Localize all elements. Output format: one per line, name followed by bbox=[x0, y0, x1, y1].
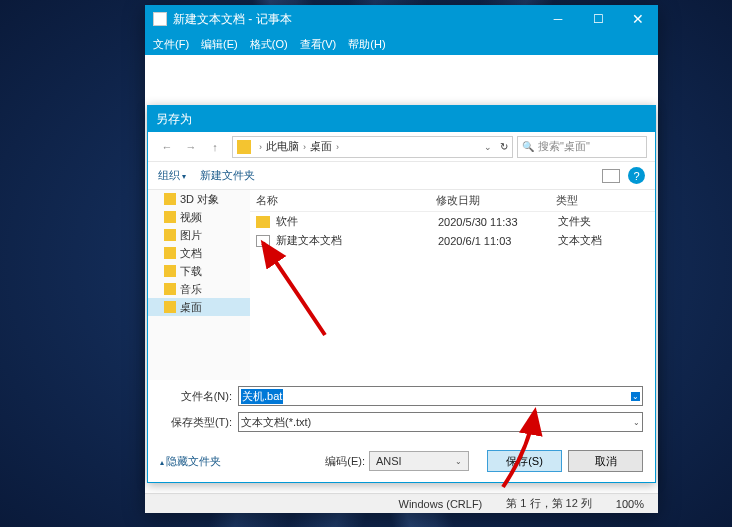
nav-item-label: 桌面 bbox=[180, 300, 202, 315]
col-type: 类型 bbox=[556, 193, 578, 208]
file-rows: 软件2020/5/30 11:33文件夹新建文本文档2020/6/1 11:03… bbox=[250, 212, 655, 250]
nav-item[interactable]: 音乐 bbox=[148, 280, 250, 298]
nav-item[interactable]: 视频 bbox=[148, 208, 250, 226]
folder-icon bbox=[164, 211, 176, 223]
nav-item-label: 视频 bbox=[180, 210, 202, 225]
nav-item[interactable]: 文档 bbox=[148, 244, 250, 262]
file-date: 2020/6/1 11:03 bbox=[438, 235, 558, 247]
filetype-dropdown[interactable]: 文本文档(*.txt) ⌄ bbox=[238, 412, 643, 432]
menu-file[interactable]: 文件(F) bbox=[149, 35, 193, 54]
encoding-label: 编码(E): bbox=[325, 454, 365, 469]
file-row[interactable]: 软件2020/5/30 11:33文件夹 bbox=[250, 212, 655, 231]
dialog-title: 另存为 bbox=[148, 106, 655, 132]
chevron-right-icon: › bbox=[303, 142, 306, 152]
dialog-actions: 隐藏文件夹 编码(E): ANSI ⌄ 保存(S) 取消 bbox=[160, 450, 643, 472]
up-button[interactable]: ↑ bbox=[204, 137, 226, 157]
dialog-file-list: 名称 修改日期 类型 软件2020/5/30 11:33文件夹新建文本文档202… bbox=[250, 190, 655, 380]
minimize-button[interactable]: ─ bbox=[538, 5, 578, 33]
encoding-value: ANSI bbox=[376, 455, 402, 467]
nav-item-label: 下载 bbox=[180, 264, 202, 279]
organize-button[interactable]: 组织 bbox=[158, 168, 186, 183]
notepad-titlebar: 新建文本文档 - 记事本 ─ ☐ ✕ bbox=[145, 5, 658, 33]
filetype-value: 文本文档(*.txt) bbox=[241, 415, 311, 430]
notepad-title: 新建文本文档 - 记事本 bbox=[173, 11, 292, 28]
file-name: 新建文本文档 bbox=[276, 233, 438, 248]
dialog-content: 3D 对象视频图片文档下载音乐桌面 名称 修改日期 类型 软件2020/5/30… bbox=[148, 190, 655, 380]
file-type: 文本文档 bbox=[558, 233, 602, 248]
dialog-nav-tree: 3D 对象视频图片文档下载音乐桌面 bbox=[148, 190, 250, 380]
chevron-right-icon: › bbox=[259, 142, 262, 152]
filename-input[interactable]: 关机.bat ⌄ bbox=[238, 386, 643, 406]
file-name: 软件 bbox=[276, 214, 438, 229]
chevron-down-icon[interactable]: ⌄ bbox=[484, 142, 492, 152]
notepad-menubar: 文件(F) 编辑(E) 格式(O) 查看(V) 帮助(H) bbox=[145, 33, 658, 55]
nav-item[interactable]: 桌面 bbox=[148, 298, 250, 316]
window-buttons: ─ ☐ ✕ bbox=[538, 5, 658, 33]
notepad-statusbar: Windows (CRLF) 第 1 行，第 12 列 100% bbox=[145, 493, 658, 513]
notepad-icon bbox=[153, 12, 167, 26]
column-headers[interactable]: 名称 修改日期 类型 bbox=[250, 190, 655, 212]
nav-item-label: 3D 对象 bbox=[180, 192, 219, 207]
menu-edit[interactable]: 编辑(E) bbox=[197, 35, 242, 54]
file-type: 文件夹 bbox=[558, 214, 591, 229]
path-loc: 桌面 bbox=[310, 139, 332, 154]
status-encoding: Windows (CRLF) bbox=[393, 498, 489, 510]
status-zoom: 100% bbox=[610, 498, 650, 510]
notepad-body: 另存为 ← → ↑ › 此电脑 › 桌面 › ⌄ ↻ bbox=[145, 55, 658, 493]
dialog-bottom: 文件名(N): 关机.bat ⌄ 保存类型(T): 文本文档(*.txt) ⌄ … bbox=[148, 380, 655, 482]
folder-icon bbox=[164, 247, 176, 259]
file-date: 2020/5/30 11:33 bbox=[438, 216, 558, 228]
chevron-down-icon[interactable]: ⌄ bbox=[631, 392, 640, 401]
col-name: 名称 bbox=[256, 193, 436, 208]
nav-item-label: 图片 bbox=[180, 228, 202, 243]
chevron-down-icon: ⌄ bbox=[455, 457, 462, 466]
dialog-breadcrumb-bar: ← → ↑ › 此电脑 › 桌面 › ⌄ ↻ 🔍 搜索"桌面" bbox=[148, 132, 655, 162]
encoding-dropdown[interactable]: ANSI ⌄ bbox=[369, 451, 469, 471]
close-button[interactable]: ✕ bbox=[618, 5, 658, 33]
notepad-window: 新建文本文档 - 记事本 ─ ☐ ✕ 文件(F) 编辑(E) 格式(O) 查看(… bbox=[145, 5, 658, 513]
status-position: 第 1 行，第 12 列 bbox=[500, 496, 598, 511]
nav-item[interactable]: 下载 bbox=[148, 262, 250, 280]
folder-icon bbox=[237, 140, 251, 154]
dialog-toolbar: 组织 新建文件夹 ? bbox=[148, 162, 655, 190]
view-options-button[interactable] bbox=[602, 169, 620, 183]
search-icon: 🔍 bbox=[522, 141, 534, 152]
help-icon[interactable]: ? bbox=[628, 167, 645, 184]
folder-icon bbox=[164, 193, 176, 205]
forward-button[interactable]: → bbox=[180, 137, 202, 157]
save-as-dialog: 另存为 ← → ↑ › 此电脑 › 桌面 › ⌄ ↻ bbox=[147, 105, 656, 483]
folder-icon bbox=[164, 283, 176, 295]
search-placeholder: 搜索"桌面" bbox=[538, 139, 590, 154]
chevron-down-icon[interactable]: ⌄ bbox=[633, 418, 640, 427]
nav-item-label: 音乐 bbox=[180, 282, 202, 297]
menu-view[interactable]: 查看(V) bbox=[296, 35, 341, 54]
file-icon bbox=[256, 235, 270, 247]
chevron-right-icon: › bbox=[336, 142, 339, 152]
folder-icon bbox=[164, 301, 176, 313]
search-input[interactable]: 🔍 搜索"桌面" bbox=[517, 136, 647, 158]
folder-icon bbox=[164, 265, 176, 277]
cancel-button[interactable]: 取消 bbox=[568, 450, 643, 472]
folder-icon bbox=[256, 216, 270, 228]
nav-buttons: ← → ↑ bbox=[156, 137, 226, 157]
filetype-label: 保存类型(T): bbox=[160, 415, 238, 430]
back-button[interactable]: ← bbox=[156, 137, 178, 157]
file-row[interactable]: 新建文本文档2020/6/1 11:03文本文档 bbox=[250, 231, 655, 250]
save-button[interactable]: 保存(S) bbox=[487, 450, 562, 472]
nav-item-label: 文档 bbox=[180, 246, 202, 261]
filename-value: 关机.bat bbox=[241, 389, 283, 404]
filename-label: 文件名(N): bbox=[160, 389, 238, 404]
folder-icon bbox=[164, 229, 176, 241]
nav-item[interactable]: 图片 bbox=[148, 226, 250, 244]
menu-format[interactable]: 格式(O) bbox=[246, 35, 292, 54]
col-date: 修改日期 bbox=[436, 193, 556, 208]
hide-folders-link[interactable]: 隐藏文件夹 bbox=[160, 454, 221, 469]
menu-help[interactable]: 帮助(H) bbox=[344, 35, 389, 54]
nav-item[interactable]: 3D 对象 bbox=[148, 190, 250, 208]
maximize-button[interactable]: ☐ bbox=[578, 5, 618, 33]
new-folder-button[interactable]: 新建文件夹 bbox=[200, 168, 255, 183]
address-bar[interactable]: › 此电脑 › 桌面 › ⌄ ↻ bbox=[232, 136, 513, 158]
path-root: 此电脑 bbox=[266, 139, 299, 154]
